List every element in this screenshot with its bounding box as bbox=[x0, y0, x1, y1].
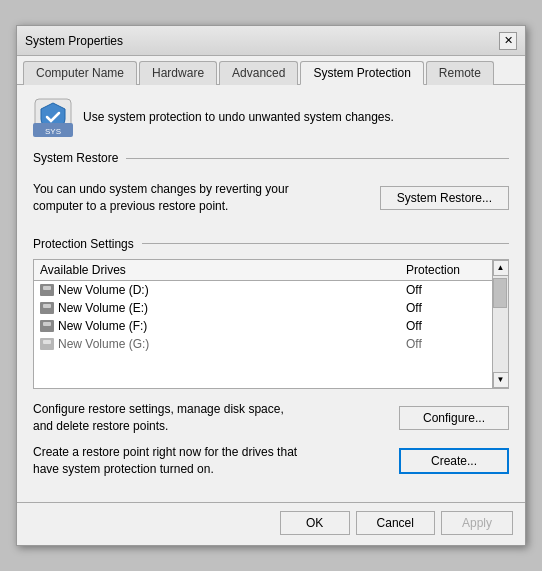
scroll-up-arrow[interactable]: ▲ bbox=[493, 260, 509, 276]
drives-header: Available Drives Protection bbox=[34, 260, 492, 281]
section-divider bbox=[126, 158, 509, 159]
drive-prot-d: Off bbox=[406, 283, 486, 297]
drive-name-e: New Volume (E:) bbox=[40, 301, 406, 315]
drive-row[interactable]: New Volume (G:) Off bbox=[34, 335, 492, 353]
tab-remote[interactable]: Remote bbox=[426, 61, 494, 85]
configure-text: Configure restore settings, manage disk … bbox=[33, 401, 303, 435]
shield-icon: SYS bbox=[33, 97, 73, 137]
drive-row[interactable]: New Volume (F:) Off bbox=[34, 317, 492, 335]
col-header-drives: Available Drives bbox=[40, 263, 406, 277]
window-title: System Properties bbox=[25, 34, 123, 48]
ok-button[interactable]: OK bbox=[280, 511, 350, 535]
apply-button[interactable]: Apply bbox=[441, 511, 513, 535]
tab-advanced[interactable]: Advanced bbox=[219, 61, 298, 85]
protection-settings-title: Protection Settings bbox=[33, 237, 134, 251]
drive-name-d: New Volume (D:) bbox=[40, 283, 406, 297]
section-divider-2 bbox=[142, 243, 509, 244]
col-header-protection: Protection bbox=[406, 263, 486, 277]
drive-name-f: New Volume (F:) bbox=[40, 319, 406, 333]
drive-icon-d bbox=[40, 284, 54, 296]
restore-description: You can undo system changes by reverting… bbox=[33, 181, 293, 215]
svg-text:SYS: SYS bbox=[45, 127, 61, 136]
drive-prot-f: Off bbox=[406, 319, 486, 333]
tab-hardware[interactable]: Hardware bbox=[139, 61, 217, 85]
drive-prot-g: Off bbox=[406, 337, 486, 351]
drives-table: Available Drives Protection New Volume (… bbox=[33, 259, 509, 389]
scroll-thumb[interactable] bbox=[493, 278, 507, 308]
bottom-buttons: OK Cancel Apply bbox=[17, 502, 525, 545]
info-banner: SYS Use system protection to undo unwant… bbox=[33, 97, 509, 137]
protection-settings: Protection Settings Available Drives Pro… bbox=[33, 237, 509, 389]
system-restore-title: System Restore bbox=[33, 151, 118, 165]
configure-button[interactable]: Configure... bbox=[399, 406, 509, 430]
system-restore-header: System Restore bbox=[33, 151, 509, 165]
tab-content: SYS Use system protection to undo unwant… bbox=[17, 85, 525, 502]
cancel-button[interactable]: Cancel bbox=[356, 511, 435, 535]
system-restore-button[interactable]: System Restore... bbox=[380, 186, 509, 210]
close-button[interactable]: ✕ bbox=[499, 32, 517, 50]
drive-icon-g bbox=[40, 338, 54, 350]
drives-inner: Available Drives Protection New Volume (… bbox=[34, 260, 492, 388]
system-restore-box: You can undo system changes by reverting… bbox=[33, 173, 509, 223]
drive-icon-f bbox=[40, 320, 54, 332]
system-properties-window: System Properties ✕ Computer Name Hardwa… bbox=[16, 25, 526, 546]
create-row: Create a restore point right now for the… bbox=[33, 444, 509, 478]
drives-scrollbar: ▲ ▼ bbox=[492, 260, 508, 388]
create-text: Create a restore point right now for the… bbox=[33, 444, 303, 478]
scroll-down-arrow[interactable]: ▼ bbox=[493, 372, 509, 388]
drive-row[interactable]: New Volume (D:) Off bbox=[34, 281, 492, 299]
create-button[interactable]: Create... bbox=[399, 448, 509, 474]
tab-system-protection[interactable]: System Protection bbox=[300, 61, 423, 85]
drive-row[interactable]: New Volume (E:) Off bbox=[34, 299, 492, 317]
tab-computer-name[interactable]: Computer Name bbox=[23, 61, 137, 85]
scroll-track[interactable] bbox=[493, 276, 508, 372]
configure-row: Configure restore settings, manage disk … bbox=[33, 401, 509, 435]
tab-bar: Computer Name Hardware Advanced System P… bbox=[17, 56, 525, 85]
drive-name-g: New Volume (G:) bbox=[40, 337, 406, 351]
protection-settings-header: Protection Settings bbox=[33, 237, 509, 251]
info-text: Use system protection to undo unwanted s… bbox=[83, 110, 394, 124]
drive-prot-e: Off bbox=[406, 301, 486, 315]
drive-icon-e bbox=[40, 302, 54, 314]
title-bar: System Properties ✕ bbox=[17, 26, 525, 56]
